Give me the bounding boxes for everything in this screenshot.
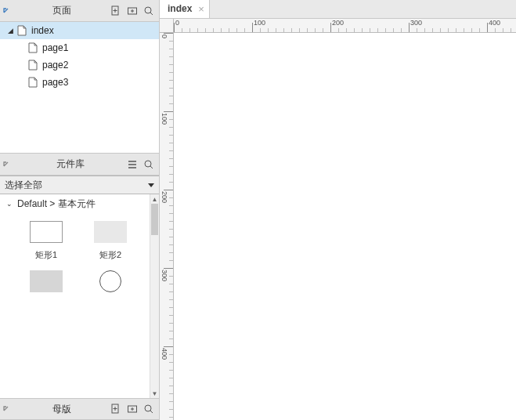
ruler-horizontal[interactable]: 0100200300400 [174, 19, 516, 33]
add-page-icon[interactable] [109, 4, 123, 18]
ruler-vertical[interactable]: 0100200300400 [160, 33, 174, 420]
sidebar: 页面 ◢ index page1 page2 [0, 0, 160, 420]
library-panel-title: 元件库 [17, 158, 123, 171]
tree-label: page1 [42, 42, 68, 53]
scroll-down-icon[interactable]: ▼ [150, 389, 159, 398]
dropdown-caret-icon [148, 183, 154, 187]
scroll-up-icon[interactable]: ▲ [150, 194, 159, 204]
tab-index[interactable]: index × [160, 0, 210, 18]
search-masters-icon[interactable] [142, 402, 156, 416]
canvas-area: index × 0100200300400 0100200300400 [160, 0, 516, 420]
close-tab-icon[interactable]: × [198, 3, 204, 15]
page-icon [28, 77, 38, 88]
tree-label: page3 [42, 77, 68, 88]
library-category[interactable]: ⌄ Default > 基本元件 [0, 194, 150, 213]
shape-thumb-icon [30, 221, 63, 243]
pages-panel-header: 页面 [0, 0, 159, 22]
pages-panel-title: 页面 [17, 4, 106, 17]
canvas-viewport[interactable] [174, 33, 516, 420]
collapse-icon[interactable] [3, 159, 14, 170]
shape-thumb-icon [94, 221, 127, 243]
add-folder-icon[interactable] [125, 4, 139, 18]
shape-thumb-icon [94, 270, 127, 292]
library-select[interactable]: 选择全部 [0, 176, 159, 194]
svg-point-3 [145, 161, 151, 167]
add-master-folder-icon[interactable] [125, 402, 139, 416]
tree-label: index [31, 25, 54, 36]
scrollbar-thumb[interactable] [151, 204, 158, 235]
collapse-icon[interactable] [3, 5, 14, 16]
library-category-label: Default > 基本元件 [17, 197, 96, 211]
tab-bar: index × [160, 0, 516, 19]
library-scrollbar[interactable]: ▲ ▼ [150, 194, 159, 398]
library-menu-icon[interactable] [125, 158, 139, 172]
tree-row-page3[interactable]: page3 [0, 74, 159, 91]
page-icon [17, 25, 27, 36]
search-pages-icon[interactable] [142, 4, 156, 18]
pages-tree: ◢ index page1 page2 page3 [0, 22, 159, 154]
shape-thumb-icon [30, 270, 63, 292]
library-content: ⌄ Default > 基本元件 矩形1 矩形2 [0, 194, 159, 398]
svg-point-6 [145, 405, 151, 411]
tab-label: index [168, 3, 192, 14]
collapse-icon[interactable] [3, 404, 14, 415]
library-panel-header: 元件库 [0, 154, 159, 176]
expand-icon[interactable]: ◢ [6, 27, 14, 34]
add-master-icon[interactable] [109, 402, 123, 416]
masters-panel-title: 母版 [17, 403, 106, 416]
library-select-label: 选择全部 [5, 179, 148, 192]
shape-label: 矩形1 [35, 249, 57, 261]
ruler-corner [160, 19, 174, 33]
page-icon [28, 42, 38, 53]
shape-rect2[interactable]: 矩形2 [78, 221, 143, 261]
chevron-down-icon: ⌄ [6, 200, 13, 208]
page-icon [28, 60, 38, 71]
search-library-icon[interactable] [142, 158, 156, 172]
tree-row-page2[interactable]: page2 [0, 56, 159, 74]
shape-label: 矩形2 [99, 249, 121, 261]
shape-circle[interactable] [78, 270, 143, 299]
masters-panel-header: 母版 [0, 398, 159, 420]
tree-label: page2 [42, 60, 68, 71]
shape-rect1[interactable]: 矩形1 [14, 221, 78, 261]
svg-point-2 [145, 7, 151, 13]
tree-row-page1[interactable]: page1 [0, 39, 159, 56]
library-panel: 元件库 选择全部 ⌄ Default > 基本元件 [0, 154, 159, 398]
shape-rect3[interactable] [14, 270, 78, 299]
tree-row-index[interactable]: ◢ index [0, 22, 159, 39]
